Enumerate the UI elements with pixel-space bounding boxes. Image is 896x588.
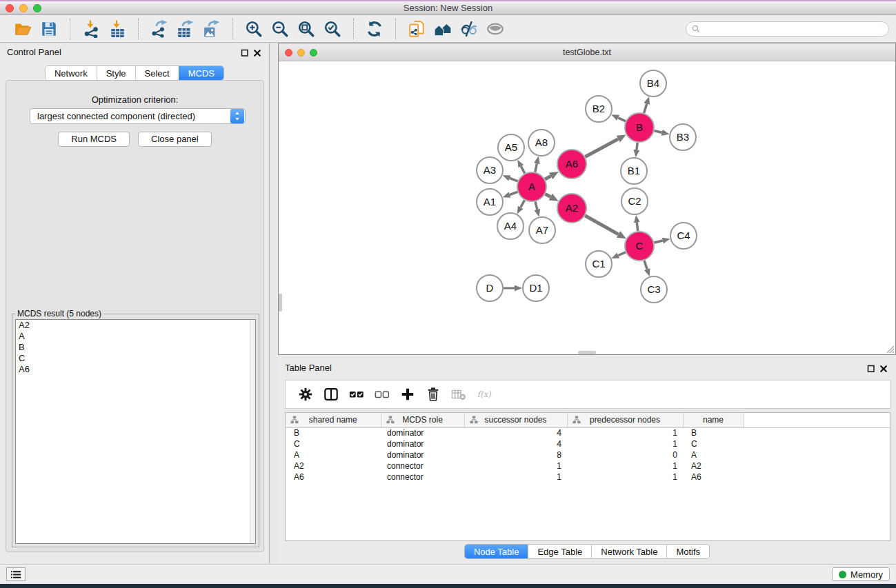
graph-edge-A-A2[interactable] <box>545 194 550 196</box>
mcds-result-item[interactable]: A2 <box>16 320 255 331</box>
check-all-button[interactable] <box>347 385 366 404</box>
mcds-result-item[interactable]: C <box>16 353 255 364</box>
zoom-selected-button[interactable] <box>322 19 343 39</box>
export-network-button[interactable] <box>149 19 170 39</box>
graph-node-C[interactable]: C <box>625 232 654 261</box>
graph-edge-C-C2[interactable] <box>637 223 637 231</box>
graph-edge-A-A3[interactable] <box>510 178 518 181</box>
column-header[interactable]: name <box>683 413 744 427</box>
tab-network[interactable]: Network <box>46 66 97 80</box>
graph-node-C4[interactable]: C4 <box>670 223 697 249</box>
mcds-result-item[interactable]: A6 <box>16 364 255 375</box>
zoom-in-button[interactable] <box>243 19 264 39</box>
graph-node-D[interactable]: D <box>477 275 503 301</box>
import-table-button[interactable] <box>107 19 128 39</box>
tab-style[interactable]: Style <box>97 66 135 80</box>
tab-network-table[interactable]: Network Table <box>591 545 666 558</box>
graph-edge-B-B3[interactable] <box>654 131 661 133</box>
table-row[interactable]: Adominator80A <box>286 449 890 460</box>
network-maximize-button[interactable] <box>310 49 317 57</box>
graph-edge-A6-B[interactable] <box>585 139 618 157</box>
column-header[interactable]: shared name <box>286 413 381 427</box>
graph-edge-B-B2[interactable] <box>618 118 626 121</box>
graph-node-D1[interactable]: D1 <box>523 275 549 301</box>
graph-node-A[interactable]: A <box>517 172 546 201</box>
table-row[interactable]: Cdominator41C <box>286 438 890 449</box>
graph-node-C2[interactable]: C2 <box>621 188 648 214</box>
graph-edge-A-A1[interactable] <box>510 192 517 194</box>
graph-node-A8[interactable]: A8 <box>528 130 555 156</box>
minimize-window-button[interactable] <box>19 4 28 12</box>
graph-node-B1[interactable]: B1 <box>621 158 647 184</box>
graph-node-B2[interactable]: B2 <box>586 96 612 122</box>
optimization-criterion-select[interactable]: largest connected component (directed) <box>30 108 246 124</box>
zoom-fit-button[interactable] <box>296 19 317 39</box>
graph-edge-B-B1[interactable] <box>637 143 637 150</box>
graph-node-C1[interactable]: C1 <box>586 251 612 277</box>
tab-mcds[interactable]: MCDS <box>179 66 223 80</box>
graph-edge-A-A5[interactable] <box>521 166 524 173</box>
graph-node-B4[interactable]: B4 <box>640 70 666 97</box>
graph-node-A4[interactable]: A4 <box>497 213 524 239</box>
graph-edge-A-A4[interactable] <box>521 200 525 207</box>
save-button[interactable] <box>39 19 59 39</box>
run-mcds-button[interactable]: Run MCDS <box>58 132 130 147</box>
table-row[interactable]: Bdominator41B <box>286 427 890 438</box>
maximize-window-button[interactable] <box>33 4 41 12</box>
tab-edge-table[interactable]: Edge Table <box>528 545 591 558</box>
graph-edge-C-C1[interactable] <box>618 252 626 256</box>
graph-edge-B-B4[interactable] <box>644 104 647 113</box>
float-table-panel-icon[interactable] <box>867 363 875 372</box>
graph-node-B[interactable]: B <box>625 113 654 142</box>
graph-node-B3[interactable]: B3 <box>670 124 696 150</box>
graph-node-A2[interactable]: A2 <box>557 194 586 223</box>
graph-edge-A-A7[interactable] <box>535 201 537 209</box>
column-header[interactable]: MCDS role <box>381 413 464 427</box>
task-history-button[interactable] <box>6 567 26 581</box>
import-network-button[interactable] <box>81 19 101 39</box>
network-window-titlebar[interactable]: testGlobe.txt <box>279 43 895 61</box>
trash-button[interactable] <box>424 385 443 404</box>
memory-button[interactable]: Memory <box>832 567 890 581</box>
column-header[interactable]: predecessor nodes <box>567 413 683 427</box>
resize-grip-icon[interactable] <box>885 344 895 354</box>
mcds-result-item[interactable]: A <box>16 331 255 342</box>
panel-splitter[interactable] <box>270 43 278 564</box>
eye-button[interactable] <box>485 19 506 39</box>
column-header[interactable]: successor nodes <box>464 413 567 427</box>
graph-edge-A2-C[interactable] <box>585 216 618 234</box>
uncheck-all-button[interactable] <box>372 385 392 404</box>
horizontal-grab-handle[interactable] <box>578 351 596 354</box>
tab-motifs[interactable]: Motifs <box>666 545 709 558</box>
graph-edge-C-C3[interactable] <box>644 261 647 270</box>
vertical-grab-handle[interactable] <box>279 294 282 312</box>
graph-node-A7[interactable]: A7 <box>529 217 555 243</box>
close-panel-icon[interactable] <box>253 48 261 56</box>
network-close-button[interactable] <box>285 49 292 57</box>
search-input[interactable] <box>701 24 888 34</box>
graph-node-A6[interactable]: A6 <box>557 150 586 179</box>
network-minimize-button[interactable] <box>297 49 305 57</box>
zoom-out-button[interactable] <box>270 19 290 39</box>
export-image-button[interactable] <box>201 19 222 39</box>
close-window-button[interactable] <box>6 4 14 12</box>
refresh-button[interactable] <box>364 19 385 39</box>
graph-edge-C-C4[interactable] <box>654 241 662 243</box>
graph-node-C3[interactable]: C3 <box>641 276 667 303</box>
clone-network-button[interactable] <box>406 19 427 39</box>
tab-node-table[interactable]: Node Table <box>465 545 528 558</box>
graph-edge-A-A6[interactable] <box>545 176 550 179</box>
graph-node-A5[interactable]: A5 <box>498 134 524 161</box>
gear-button[interactable] <box>296 385 315 404</box>
table-row[interactable]: A6connector11A6 <box>286 472 890 483</box>
network-canvas[interactable]: B4B2BB3A8A5A6A3B1AA1C2A2A4A7C4CC1C3DD1 <box>279 61 895 354</box>
mcds-result-scrollbar[interactable] <box>250 320 255 543</box>
table-row[interactable]: A2connector11A2 <box>286 460 890 472</box>
home-button[interactable] <box>432 19 453 39</box>
mcds-result-item[interactable]: B <box>16 342 255 353</box>
open-folder-button[interactable] <box>12 19 33 39</box>
split-view-button[interactable] <box>321 385 341 404</box>
tab-select[interactable]: Select <box>135 66 179 80</box>
float-panel-icon[interactable] <box>241 48 249 56</box>
close-table-panel-icon[interactable] <box>879 363 888 372</box>
